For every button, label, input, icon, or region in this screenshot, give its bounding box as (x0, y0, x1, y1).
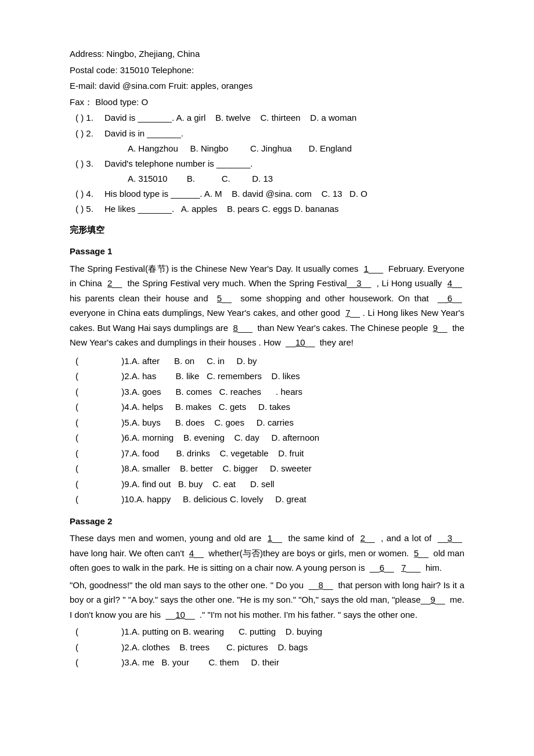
document-content: Address: Ningbo, Zhejiang, China Postal … (70, 46, 464, 670)
p1-choice-9: ( )9.A. find out B. buy C. eat D. sell (75, 477, 464, 492)
question-2-options: A. Hangzhou B. Ningbo C. Jinghua D. Engl… (128, 141, 464, 156)
passage2-body1: These days men and women, young and old … (70, 531, 464, 575)
p1-choice-1: ( )1.A. after B. on C. in D. by (75, 354, 464, 369)
address-line: Address: Ningbo, Zhejiang, China (70, 46, 464, 62)
p1-choice-2: ( )2.A. has B. like C. remembers D. like… (75, 369, 464, 384)
question-3: ( ) 3. David's telephone number is _____… (75, 156, 464, 171)
postal-line: Postal code: 315010 Telephone: (70, 63, 464, 78)
section-title: 完形填空 (70, 222, 464, 237)
passage1-body: The Spring Festival(春节) is the Chinese N… (70, 261, 464, 350)
passage2-body2: "Oh, goodness!" the old man says to the … (70, 578, 464, 622)
p1-choice-7: ( )7.A. food B. drinks C. vegetable D. f… (75, 446, 464, 461)
p2-choice-1: ( )1.A. putting on B. wearing C. putting… (75, 624, 464, 639)
question-1: ( ) 1. David is _______. A. a girl B. tw… (75, 110, 464, 125)
p1-choice-6: ( )6.A. morning B. evening C. day D. aft… (75, 430, 464, 445)
question-5: ( ) 5. He likes _______. A. apples B. pe… (75, 201, 464, 217)
p1-choice-4: ( )4.A. helps B. makes C. gets D. takes (75, 399, 464, 415)
question-4: ( ) 4. His blood type is ______. A. M B.… (75, 186, 464, 201)
p1-choice-10: ( )10.A. happy B. delicious C. lovely D.… (75, 492, 464, 507)
passage1-title: Passage 1 (70, 244, 464, 259)
question-3-options: A. 315010 B. C. D. 13 (128, 171, 464, 186)
p1-choice-3: ( )3.A. goes B. comes C. reaches . hears (75, 384, 464, 399)
p2-choice-2: ( )2.A. clothes B. trees C. pictures D. … (75, 640, 464, 655)
p1-choice-5: ( )5.A. buys B. does C. goes D. carries (75, 415, 464, 430)
fax-line: Fax： Blood type: O (70, 95, 464, 110)
p1-choice-8: ( )8.A. smaller B. better C. bigger D. s… (75, 461, 464, 476)
email-line: E-mail: david @sina.com Fruit: apples, o… (70, 78, 464, 93)
passage2-title: Passage 2 (70, 514, 464, 529)
p2-choice-3: ( )3.A. me B. your C. them D. their (75, 655, 464, 670)
question-2: ( ) 2. David is in _______. (75, 126, 464, 141)
